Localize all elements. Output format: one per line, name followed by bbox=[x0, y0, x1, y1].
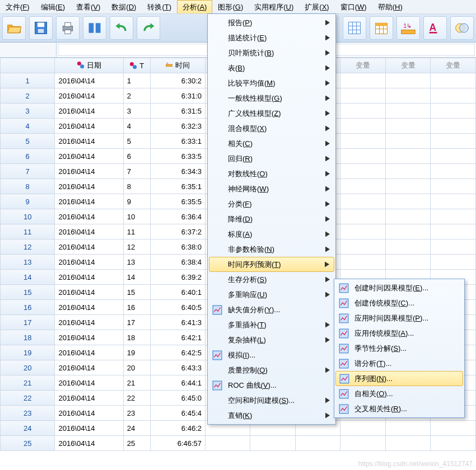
cell-empty[interactable] bbox=[385, 104, 430, 119]
cell-t[interactable]: 14 bbox=[123, 270, 150, 285]
analyze-item-18[interactable]: 多重响应(U) bbox=[209, 287, 334, 302]
timeseries-item-8[interactable]: 交叉相关性(R)... bbox=[335, 401, 463, 416]
cell-t[interactable]: 9 bbox=[123, 194, 150, 209]
cell-date[interactable]: 2016\04\14 bbox=[55, 330, 123, 345]
menu-t[interactable]: 转换(T) bbox=[142, 0, 177, 13]
cell-reference-box[interactable] bbox=[0, 43, 57, 57]
menu-h[interactable]: 帮助(H) bbox=[372, 0, 408, 13]
cell-date[interactable]: 2016\04\14 bbox=[55, 239, 123, 255]
cell-empty[interactable] bbox=[340, 134, 385, 149]
analyze-item-25[interactable]: 空间和时间建模(S)... bbox=[209, 393, 334, 408]
analyze-item-9[interactable]: 回归(R) bbox=[209, 151, 334, 166]
analyze-item-16[interactable]: 时间序列预测(T) bbox=[209, 257, 334, 272]
cell-empty[interactable] bbox=[385, 421, 430, 436]
menu-u[interactable]: 实用程序(U) bbox=[249, 0, 299, 13]
timeseries-item-4[interactable]: 季节性分解(S)... bbox=[335, 341, 463, 356]
cell-date[interactable]: 2016\04\14 bbox=[55, 209, 123, 224]
cell-empty[interactable] bbox=[340, 194, 385, 209]
timeseries-item-0[interactable]: 创建时间因果模型(E)... bbox=[335, 280, 463, 295]
analyze-item-22[interactable]: 模拟(I)... bbox=[209, 347, 334, 363]
row-number[interactable]: 7 bbox=[1, 164, 55, 179]
cell-date[interactable]: 2016\04\14 bbox=[55, 270, 123, 285]
cell-empty[interactable] bbox=[385, 119, 430, 134]
analyze-item-7[interactable]: 混合模型(X) bbox=[209, 121, 334, 136]
cell-time[interactable]: 6:40:5 bbox=[150, 300, 205, 315]
analyze-item-23[interactable]: 质量控制(Q) bbox=[209, 363, 334, 378]
cell-empty[interactable] bbox=[385, 224, 430, 239]
cell-t[interactable]: 6 bbox=[123, 149, 150, 164]
menu-v[interactable]: 查看(V) bbox=[71, 0, 106, 13]
analyze-item-3[interactable]: 表(B) bbox=[209, 60, 334, 76]
analyze-item-0[interactable]: 报告(P) bbox=[209, 15, 334, 30]
row-number[interactable]: 13 bbox=[1, 255, 55, 270]
cell-time[interactable]: 6:40:1 bbox=[150, 285, 205, 300]
row-number[interactable]: 8 bbox=[1, 179, 55, 194]
analyze-item-2[interactable]: 贝叶斯统计(B) bbox=[209, 45, 334, 60]
cell-t[interactable]: 10 bbox=[123, 209, 150, 224]
analyze-item-15[interactable]: 非参数检验(N) bbox=[209, 242, 334, 257]
cell-t[interactable]: 17 bbox=[123, 315, 150, 330]
cell-empty[interactable] bbox=[340, 73, 385, 88]
cell-t[interactable]: 12 bbox=[123, 239, 150, 255]
row-number[interactable]: 5 bbox=[1, 134, 55, 149]
cell-t[interactable]: 4 bbox=[123, 119, 150, 134]
cell-empty[interactable] bbox=[385, 149, 430, 164]
cell-empty[interactable] bbox=[431, 255, 476, 270]
cell-time[interactable]: 6:34:3 bbox=[150, 164, 205, 179]
row-number[interactable]: 2 bbox=[1, 88, 55, 104]
cell-empty[interactable] bbox=[385, 255, 430, 270]
cell-t[interactable]: 16 bbox=[123, 300, 150, 315]
row-number[interactable]: 16 bbox=[1, 300, 55, 315]
row-number[interactable]: 9 bbox=[1, 194, 55, 209]
analyze-item-21[interactable]: 复杂抽样(L) bbox=[209, 332, 334, 347]
cell-empty[interactable] bbox=[385, 164, 430, 179]
cell-empty[interactable] bbox=[385, 436, 430, 451]
cell-date[interactable]: 2016\04\14 bbox=[55, 360, 123, 375]
open-button[interactable] bbox=[2, 16, 26, 40]
cell-date[interactable]: 2016\04\14 bbox=[55, 149, 123, 164]
menu-w[interactable]: 窗口(W) bbox=[335, 0, 372, 13]
cell-empty[interactable] bbox=[385, 194, 430, 209]
cell-empty[interactable] bbox=[431, 104, 476, 119]
analyze-item-10[interactable]: 对数线性(O) bbox=[209, 166, 334, 181]
analyze-item-17[interactable]: 生存分析(S) bbox=[209, 272, 334, 287]
cell-empty[interactable] bbox=[340, 164, 385, 179]
row-number[interactable]: 22 bbox=[1, 391, 55, 406]
cell-date[interactable]: 2016\04\14 bbox=[55, 73, 123, 88]
cell-t[interactable]: 8 bbox=[123, 179, 150, 194]
cell-date[interactable]: 2016\04\14 bbox=[55, 406, 123, 421]
cell-empty[interactable] bbox=[385, 209, 430, 224]
cell-empty[interactable] bbox=[340, 224, 385, 239]
menu-f[interactable]: 文件(F) bbox=[0, 0, 35, 13]
row-number[interactable]: 15 bbox=[1, 285, 55, 300]
cell-date[interactable]: 2016\04\14 bbox=[55, 104, 123, 119]
analyze-item-8[interactable]: 相关(C) bbox=[209, 136, 334, 151]
cell-date[interactable]: 2016\04\14 bbox=[55, 224, 123, 239]
row-number[interactable]: 12 bbox=[1, 239, 55, 255]
cell-empty[interactable] bbox=[385, 239, 430, 255]
analyze-item-26[interactable]: 直销(K) bbox=[209, 408, 334, 423]
row-number[interactable]: 25 bbox=[1, 436, 55, 451]
timeseries-item-3[interactable]: 应用传统模型(A)... bbox=[335, 326, 463, 341]
col-header-var[interactable]: 变量 bbox=[385, 58, 430, 73]
cell-empty[interactable] bbox=[295, 436, 340, 451]
cell-empty[interactable] bbox=[431, 179, 476, 194]
cell-empty[interactable] bbox=[340, 149, 385, 164]
cell-t[interactable]: 19 bbox=[123, 345, 150, 360]
cell-date[interactable]: 2016\04\14 bbox=[55, 375, 123, 391]
cell-date[interactable]: 2016\04\14 bbox=[55, 421, 123, 436]
row-number[interactable]: 17 bbox=[1, 315, 55, 330]
cell-empty[interactable] bbox=[431, 119, 476, 134]
timeseries-item-1[interactable]: 创建传统模型(C)... bbox=[335, 295, 463, 311]
analyze-item-6[interactable]: 广义线性模型(Z) bbox=[209, 106, 334, 121]
cell-date[interactable]: 2016\04\14 bbox=[55, 119, 123, 134]
timeseries-item-6[interactable]: 序列图(N)... bbox=[335, 371, 463, 386]
analyze-item-12[interactable]: 分类(F) bbox=[209, 196, 334, 212]
cell-empty[interactable] bbox=[385, 179, 430, 194]
menu-a[interactable]: 分析(A) bbox=[177, 0, 212, 13]
cell-time[interactable]: 6:35:5 bbox=[150, 194, 205, 209]
cell-time[interactable]: 6:38:4 bbox=[150, 255, 205, 270]
row-number[interactable]: 3 bbox=[1, 104, 55, 119]
cell-time[interactable]: 6:43:3 bbox=[150, 360, 205, 375]
col-header-t[interactable]: T bbox=[123, 58, 150, 73]
